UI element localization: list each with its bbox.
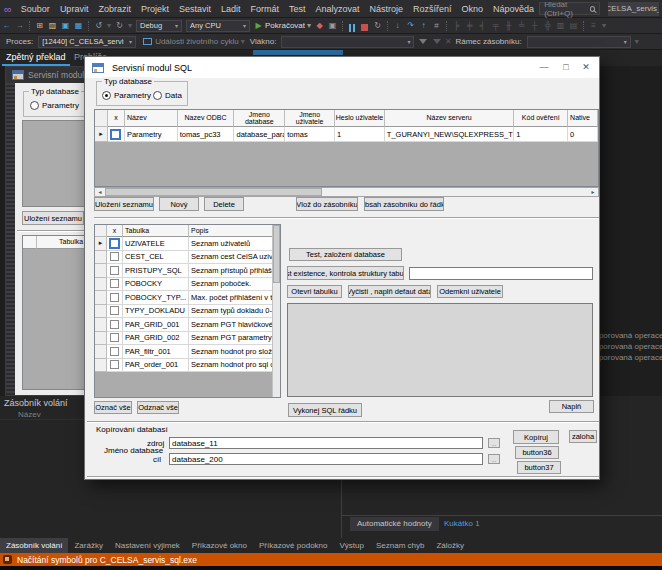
col-jmeno-database[interactable]: Jmeno database — [234, 110, 285, 127]
table-name-cell[interactable]: UZIVATELE — [123, 237, 189, 251]
scroll-right-icon[interactable]: ► — [588, 189, 598, 195]
hidden-document-tab[interactable] — [253, 50, 343, 55]
source-database-field[interactable] — [169, 437, 483, 449]
test-structure-button[interactable]: Test existence, kontrola struktury tabul… — [287, 266, 404, 280]
stop-icon[interactable] — [361, 24, 368, 31]
toolbar-overflow-icon[interactable]: ▾ — [600, 18, 608, 34]
tab-zarazky[interactable]: Zarážky — [68, 538, 108, 553]
step-over-icon[interactable]: ↷ — [404, 18, 417, 34]
align-rights-icon[interactable]: ╡ — [476, 18, 489, 34]
select-all-button[interactable]: Označ vše — [94, 401, 132, 414]
pause-icon[interactable] — [349, 24, 355, 32]
browse-source-button[interactable]: .. — [488, 438, 500, 448]
row-checkbox[interactable] — [110, 279, 119, 288]
tab-vystup[interactable]: Výstup — [334, 538, 370, 553]
table-row[interactable]: PAR_order_001 Seznam hodnot pro sql orde… — [95, 359, 280, 373]
filter-threads-icon[interactable] — [419, 39, 427, 44]
save-all-icon[interactable]: ▦ — [72, 18, 85, 34]
new-item-icon[interactable]: ⊞ — [33, 18, 46, 34]
save-list-button[interactable]: Uložení seznamu — [94, 197, 154, 211]
button36[interactable]: button36 — [515, 446, 559, 459]
cell-user[interactable]: tomas — [285, 127, 335, 142]
scrollbar-thumb[interactable] — [273, 225, 280, 283]
menu-soubor[interactable]: Soubor — [16, 0, 55, 18]
open-table-button[interactable]: Otevri tabulku — [287, 285, 342, 298]
align-bottoms-icon[interactable]: ╧ — [515, 18, 528, 34]
designer-left-scrollbar[interactable] — [6, 83, 15, 395]
col-jmeno-uzivatele[interactable]: Jmeno uživatele — [285, 110, 335, 127]
tab-prikazove-okno[interactable]: Příkazové okno — [186, 538, 253, 553]
menu-test[interactable]: Test — [284, 0, 311, 18]
nav-back-icon[interactable]: ← — [0, 18, 13, 34]
row-checkbox[interactable] — [110, 306, 119, 315]
delete-button[interactable]: Delete — [204, 197, 244, 211]
save-icon[interactable]: ▣ — [59, 18, 72, 34]
table-row[interactable]: ▸ Parametry tomas_pc33 database_param...… — [95, 127, 598, 142]
undo-icon[interactable]: ↺ — [92, 18, 105, 34]
tab-seznam-chyb[interactable]: Seznam chyb — [370, 538, 430, 553]
table-row[interactable]: PAR_filtr_001 Seznam hodnot pro složení … — [95, 345, 280, 359]
align-middles-icon[interactable]: ╫ — [502, 18, 515, 34]
table-row[interactable]: PRISTUPY_SQL Seznam přístupů přihlášení … — [95, 264, 280, 278]
continue-play-icon[interactable]: ▶ — [252, 18, 265, 34]
lifecycle-events-label[interactable]: Události životního cyklu — [155, 37, 239, 46]
table-row[interactable]: CEST_CEL Seznam cest CelSA uzivatelů — [95, 251, 280, 265]
col-heslo-uzivatele[interactable]: Heslo uživatele — [335, 110, 385, 127]
menu-nastroje[interactable]: Nástroje — [365, 0, 409, 18]
clean-fill-default-button[interactable]: Vyčisti , naplň defaut data — [348, 285, 431, 298]
cell-heslo[interactable]: 1 — [335, 127, 385, 142]
row-checkbox[interactable] — [110, 360, 119, 369]
tab-zpetny-preklad[interactable]: Zpětný překlad — [2, 50, 70, 66]
sql-output-box[interactable] — [287, 303, 593, 397]
col-nazev-odbc[interactable]: Nazev ODBC — [178, 110, 235, 127]
tab-kukatko-1[interactable]: Kukátko 1 — [437, 517, 487, 531]
open-folder-icon[interactable]: ▨ — [46, 18, 59, 34]
project-name-box[interactable]: C_CELSA_servis_sql — [608, 2, 659, 16]
lifecycle-events-icon[interactable] — [143, 38, 152, 45]
row-checkbox[interactable] — [110, 293, 119, 302]
minimize-icon[interactable]: — — [533, 57, 555, 77]
align-lefts-icon[interactable]: ╞ — [450, 18, 463, 34]
undo-caret-icon[interactable]: ▾ — [105, 18, 113, 34]
debug-config-select[interactable]: Debug ▾ — [136, 20, 182, 32]
menu-analyzovat[interactable]: Analyzovat — [311, 0, 365, 18]
table-name-cell[interactable]: PAR_filtr_001 — [123, 345, 189, 359]
tables-grid[interactable]: x Tabulka Popis ▸ UZIVATELE Seznam uživa… — [94, 224, 281, 398]
grid2-vscrollbar[interactable] — [272, 225, 280, 397]
redo-caret-icon[interactable]: ▾ — [126, 18, 134, 34]
table-name-cell[interactable]: PRISTUPY_SQL — [123, 264, 189, 278]
tab-zalozky[interactable]: Záložky — [430, 538, 470, 553]
menu-napoveda[interactable]: Nápověda — [488, 0, 539, 18]
col-native[interactable]: Native — [568, 110, 598, 127]
radio-data[interactable]: Data — [153, 91, 182, 100]
col-popis[interactable]: Popis — [189, 225, 274, 237]
table-row[interactable]: TYPY_DOKLADU Seznam typů dokladu 0-JCD, … — [95, 305, 280, 319]
table-name-cell[interactable]: CEST_CEL — [123, 251, 189, 265]
menu-zobrazit[interactable]: Zobrazit — [93, 0, 136, 18]
menu-okno[interactable]: Okno — [457, 0, 489, 18]
menu-projekt[interactable]: Projekt — [136, 0, 174, 18]
table-row[interactable]: PAR_GRID_001 Seznam PGT hlavičkové hodno… — [95, 318, 280, 332]
align-centers-icon[interactable]: ╪ — [463, 18, 476, 34]
hex-display-icon[interactable]: # — [430, 18, 443, 34]
col-nazev-serveru[interactable]: Název serveru — [385, 110, 514, 127]
menu-rozsireni[interactable]: Rozšíření — [408, 0, 457, 18]
cell-server[interactable]: T_GURANYI_NEW\SQLEXPRESS_TG1 — [385, 127, 514, 142]
row-checkbox[interactable] — [110, 252, 119, 261]
thread-select[interactable]: ▾ — [281, 36, 414, 48]
process-select[interactable]: [12440] C_CELSA_servis_sql.exe ▾ — [38, 36, 136, 48]
grid1-hscrollbar[interactable]: ◄ ► — [94, 187, 599, 197]
menu-format[interactable]: Formát — [245, 0, 284, 18]
step-into-icon[interactable]: ↓ — [391, 18, 404, 34]
cell-native[interactable]: 0 — [568, 127, 598, 142]
col-tabulka[interactable]: Tabulka — [123, 225, 189, 237]
continue-caret-icon[interactable]: ▾ — [305, 18, 313, 34]
table-row[interactable]: ▸ UZIVATELE Seznam uživatelů — [95, 237, 280, 251]
bar-overflow-icon[interactable]: ▾ — [633, 34, 641, 50]
maximize-icon[interactable]: □ — [555, 57, 577, 77]
tab-prikazove-podokno[interactable]: Příkazové podokno — [253, 538, 334, 553]
backup-button[interactable]: zaloha — [569, 430, 597, 443]
button37[interactable]: button37 — [517, 461, 561, 474]
restart-icon[interactable]: ↻ — [371, 18, 384, 34]
scroll-left-icon[interactable]: ◄ — [95, 189, 105, 195]
